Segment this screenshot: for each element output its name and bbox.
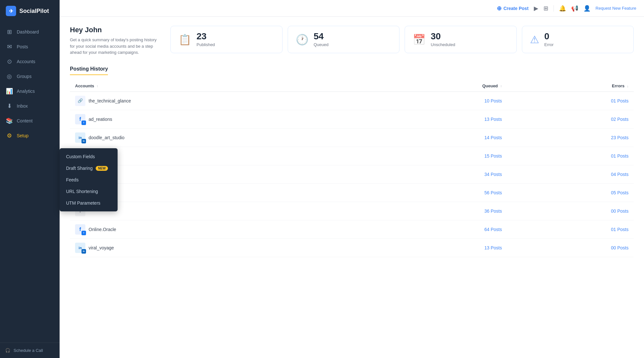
dropdown-item-draft-sharing[interactable]: Draft Sharing New — [60, 162, 118, 174]
dropdown-item-url-shortening[interactable]: URL Shortening — [60, 186, 118, 197]
sidebar-item-posts[interactable]: ✉ Posts — [0, 39, 60, 54]
table-row: ? 36 Posts00 Posts — [70, 202, 634, 220]
topbar: ⊕ Create Post ▶ ⊞ 🔔 📢 👤 Request New Feat… — [60, 0, 644, 17]
unscheduled-icon: 📅 — [413, 34, 426, 46]
welcome-text: Hey John Get a quick summary of today's … — [70, 26, 160, 56]
draft-sharing-label: Draft Sharing — [66, 166, 92, 171]
stat-info: 23 Published — [197, 32, 215, 47]
play-icon[interactable]: ▶ — [534, 5, 538, 12]
setup-icon: ⚙ — [6, 132, 13, 139]
error-posts[interactable]: 00 Posts — [507, 202, 634, 220]
request-feature-link[interactable]: Request New Feature — [596, 6, 636, 11]
logo-icon: ✈ — [6, 6, 16, 16]
account-name: the_technical_glance — [89, 98, 131, 103]
create-post-button[interactable]: ⊕ Create Post — [497, 5, 529, 12]
queued-posts[interactable]: 15 Posts — [371, 147, 507, 165]
welcome-section: Hey John Get a quick summary of today's … — [70, 26, 634, 56]
sidebar-item-analytics[interactable]: 📊 Analytics — [0, 84, 60, 99]
utm-parameters-label: UTM Parameters — [66, 200, 101, 206]
user-icon[interactable]: 👤 — [583, 5, 591, 12]
queued-posts[interactable]: 64 Posts — [371, 220, 507, 238]
account-cell: ? — [75, 188, 366, 198]
published-number: 23 — [197, 32, 215, 41]
error-posts[interactable]: 02 Posts — [507, 110, 634, 128]
sidebar-item-label: Analytics — [17, 89, 35, 94]
queued-posts[interactable]: 13 Posts — [371, 238, 507, 257]
sidebar-item-inbox[interactable]: ⬇ Inbox — [0, 99, 60, 113]
error-label: Error — [544, 42, 554, 47]
accounts-icon: ⊙ — [6, 58, 13, 65]
queued-posts[interactable]: 13 Posts — [371, 110, 507, 128]
table-row: in in viral_voyage 13 Posts00 Posts — [70, 238, 634, 257]
queued-posts[interactable]: 14 Posts — [371, 128, 507, 147]
brand-name: SocialPilot — [19, 8, 49, 15]
account-cell: 🔗 the_technical_glance — [75, 96, 366, 106]
custom-fields-label: Custom Fields — [66, 154, 95, 159]
error-posts[interactable]: 01 Posts — [507, 147, 634, 165]
error-number: 0 — [544, 32, 554, 41]
sidebar-item-setup[interactable]: ⚙ Setup — [0, 128, 60, 143]
error-posts[interactable]: 23 Posts — [507, 128, 634, 147]
col-errors[interactable]: Errors ↓ — [507, 80, 634, 92]
stat-card-queued[interactable]: 🕐 54 Queued — [288, 26, 400, 53]
stat-card-error[interactable]: ⚠ 0 Error — [522, 26, 634, 53]
error-posts[interactable]: 04 Posts — [507, 165, 634, 183]
account-name: viral_voyage — [89, 245, 114, 250]
sidebar-item-label: Inbox — [17, 103, 28, 109]
published-label: Published — [197, 42, 215, 47]
sidebar-item-groups[interactable]: ◎ Groups — [0, 69, 60, 84]
table-row: 🔗 the_technical_glance 10 Posts01 Posts — [70, 92, 634, 110]
error-icon: ⚠ — [530, 34, 539, 46]
stat-info: 54 Queued — [314, 32, 329, 47]
dropdown-item-utm-parameters[interactable]: UTM Parameters — [60, 197, 118, 209]
error-posts[interactable]: 01 Posts — [507, 220, 634, 238]
sidebar-item-label: Groups — [17, 74, 32, 79]
brand-logo[interactable]: ✈ SocialPilot — [0, 0, 60, 22]
account-cell: 🔗 — [75, 151, 366, 161]
stat-card-published[interactable]: 📋 23 Published — [170, 26, 283, 53]
queued-posts[interactable]: 10 Posts — [371, 92, 507, 110]
main-content: ⊕ Create Post ▶ ⊞ 🔔 📢 👤 Request New Feat… — [60, 0, 644, 358]
account-cell: in in viral_voyage — [75, 243, 366, 253]
inbox-icon: ⬇ — [6, 102, 13, 110]
table-row: in in doodle_art_studio 14 Posts23 Posts — [70, 128, 634, 147]
account-name: Online.Oracle — [89, 227, 116, 232]
account-name: ad_reations — [89, 117, 112, 122]
queued-posts[interactable]: 56 Posts — [371, 183, 507, 202]
error-posts[interactable]: 05 Posts — [507, 183, 634, 202]
published-icon: 📋 — [178, 34, 191, 46]
dropdown-item-feeds[interactable]: Feeds — [60, 174, 118, 186]
queued-posts[interactable]: 36 Posts — [371, 202, 507, 220]
posting-history-section: Posting History Accounts ↑ Queued ↑ Er — [70, 66, 634, 257]
sidebar-item-content[interactable]: 📚 Content — [0, 113, 60, 128]
table-row: f f Online.Oracle 64 Posts01 Posts — [70, 220, 634, 238]
sidebar-item-accounts[interactable]: ⊙ Accounts — [0, 54, 60, 69]
schedule-call-button[interactable]: 🎧 Schedule a Call — [5, 348, 54, 353]
bell-icon[interactable]: 🔔 — [559, 5, 566, 12]
error-posts[interactable]: 00 Posts — [507, 238, 634, 257]
stat-card-unscheduled[interactable]: 📅 30 Unscheduled — [405, 26, 517, 53]
plus-circle-icon: ⊕ — [497, 5, 502, 12]
queued-label: Queued — [314, 42, 329, 47]
dropdown-item-custom-fields[interactable]: Custom Fields — [60, 151, 118, 162]
megaphone-icon[interactable]: 📢 — [571, 5, 578, 12]
grid-icon[interactable]: ⊞ — [543, 5, 548, 12]
posting-history-table: Accounts ↑ Queued ↑ Errors ↓ — [70, 80, 634, 257]
account-cell: in in doodle_art_studio — [75, 132, 366, 143]
col-queued[interactable]: Queued ↑ — [371, 80, 507, 92]
col-accounts[interactable]: Accounts ↑ — [70, 80, 371, 92]
sidebar-item-dashboard[interactable]: ⊞ Dashboard — [0, 24, 60, 39]
sidebar-item-label: Setup — [17, 133, 29, 138]
unscheduled-number: 30 — [431, 32, 455, 41]
error-posts[interactable]: 01 Posts — [507, 92, 634, 110]
queued-sort-icon: ↑ — [500, 84, 502, 88]
content-icon: 📚 — [6, 117, 13, 124]
sidebar-bottom: 🎧 Schedule a Call — [0, 343, 60, 358]
schedule-call-label: Schedule a Call — [14, 348, 43, 353]
queued-number: 54 — [314, 32, 329, 41]
greeting-heading: Hey John — [70, 26, 160, 34]
sidebar: ✈ SocialPilot ⊞ Dashboard ✉ Posts ⊙ Acco… — [0, 0, 60, 358]
queued-posts[interactable]: 34 Posts — [371, 165, 507, 183]
setup-dropdown-menu: Custom Fields Draft Sharing New Feeds UR… — [60, 148, 118, 211]
welcome-description: Get a quick summary of today's posting h… — [70, 37, 160, 56]
